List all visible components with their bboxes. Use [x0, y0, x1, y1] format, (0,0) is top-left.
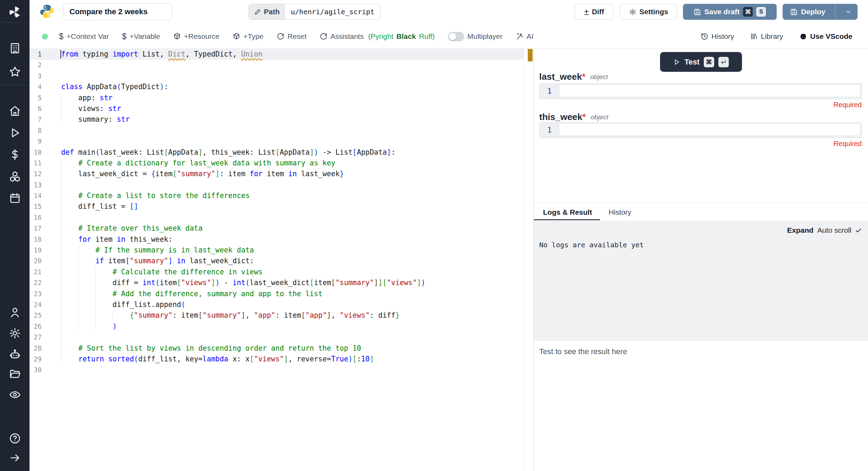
line-number: 5	[30, 93, 42, 103]
code-line[interactable]	[61, 136, 425, 147]
github-cat-icon	[799, 33, 807, 41]
settings-gear-icon[interactable]	[0, 327, 30, 339]
tab-history[interactable]: History	[609, 208, 631, 216]
code-line[interactable]	[61, 180, 425, 190]
audit-eye-icon[interactable]	[0, 389, 30, 401]
line-number: 20	[30, 256, 42, 266]
arg-name: last_week	[539, 71, 582, 82]
code-line[interactable]: return sorted(diff_list, key=lambda x: x…	[61, 354, 425, 365]
ai-button[interactable]: AI	[516, 32, 534, 41]
result-area: Test to see the result here	[534, 341, 868, 471]
add-context-var-button[interactable]: $ +Context Var	[59, 32, 109, 41]
path-chip[interactable]: Path	[249, 4, 285, 19]
assistants-button[interactable]: Assistants (Pyright Black Ruff)	[320, 32, 435, 41]
code-line[interactable]: last_week_dict = {item["summary"]: item …	[61, 169, 425, 179]
code-line[interactable]	[61, 60, 425, 70]
code-line[interactable]: {"summary": item["summary"], "app": item…	[61, 310, 425, 321]
code-line[interactable]: # Calculate the difference in views	[61, 267, 425, 277]
add-type-label: +Type	[243, 32, 264, 41]
multiplayer-toggle[interactable]	[448, 32, 464, 41]
save-draft-button[interactable]: Save draft ⌘ S	[683, 4, 777, 20]
line-number: 15	[30, 201, 42, 212]
expand-button[interactable]: Expand	[787, 226, 813, 234]
tab-logs-result[interactable]: Logs & Result	[543, 208, 592, 216]
code-line[interactable]	[61, 71, 425, 82]
resources-boxes-icon[interactable]	[0, 171, 30, 182]
users-person-icon[interactable]	[0, 307, 30, 318]
deploy-dropdown-button[interactable]	[839, 8, 858, 15]
code-line[interactable]: # If the summary is in last_week data	[61, 245, 425, 256]
test-button[interactable]: Test ⌘	[660, 52, 742, 72]
add-resource-button[interactable]: +Resource	[173, 32, 219, 41]
code-line[interactable]: summary: str	[61, 114, 425, 125]
line-number: 8	[30, 125, 42, 136]
toggle-knob	[449, 33, 456, 40]
code-line[interactable]: views: str	[61, 103, 425, 114]
arg-input-area[interactable]	[560, 85, 860, 96]
variables-dollar-icon[interactable]	[0, 149, 30, 161]
line-number: 24	[30, 299, 42, 310]
code-line[interactable]: diff = int(item["views"]) - int(last_wee…	[61, 277, 425, 288]
code-line[interactable]	[61, 212, 425, 223]
code-line[interactable]: app: str	[61, 93, 425, 103]
path-group[interactable]: Path u/henri/agile_script	[249, 4, 381, 20]
deploy-button[interactable]: Deploy	[783, 4, 858, 20]
code-line[interactable]: if item["summary"] in last_week_dict:	[61, 256, 425, 266]
add-type-button[interactable]: +Type	[233, 32, 264, 41]
code-line[interactable]: # Iterate over this_week data	[61, 223, 425, 234]
editor-toolbar: $ +Context Var $ +Variable +Resource +Ty…	[30, 25, 868, 49]
code-line[interactable]: # Sort the list by views in descending o…	[61, 343, 425, 354]
code-line[interactable]: # Create a dictionary for last_week data…	[61, 158, 425, 169]
arg-label: last_week* object	[539, 71, 608, 82]
library-button[interactable]: Library	[750, 32, 783, 41]
folders-icon[interactable]	[0, 368, 30, 380]
runs-play-icon[interactable]	[0, 127, 30, 139]
code-line[interactable]	[61, 365, 425, 375]
assistant-black[interactable]: Black	[397, 32, 416, 41]
code-lines[interactable]: from typing import List, Dict, TypedDict…	[61, 49, 425, 376]
code-line[interactable]: class AppData(TypedDict):	[61, 82, 425, 92]
code-line[interactable]: for item in this_week:	[61, 234, 425, 245]
editor-scroll-edge	[524, 49, 524, 471]
code-line[interactable]: )	[61, 321, 425, 332]
arg-json-editor[interactable]: 1	[539, 83, 862, 99]
schedules-calendar-icon[interactable]	[0, 192, 30, 204]
settings-button[interactable]: Settings	[620, 4, 677, 20]
library-icon	[750, 33, 758, 40]
arg-input-area[interactable]	[560, 124, 860, 135]
script-title-input[interactable]: Compare the 2 weeks	[64, 3, 172, 20]
code-line[interactable]: from typing import List, Dict, TypedDict…	[61, 49, 425, 60]
mini-gutter: 1	[540, 84, 559, 99]
history-button[interactable]: History	[701, 32, 734, 41]
code-editor[interactable]: 1234567891011121314151617181920212223242…	[30, 49, 533, 471]
workers-bot-icon[interactable]	[0, 349, 30, 360]
code-line[interactable]: diff_list = []	[61, 201, 425, 212]
reset-button[interactable]: Reset	[277, 32, 307, 41]
code-line[interactable]: def main(last_week: List[AppData], this_…	[61, 147, 425, 158]
home-icon[interactable]	[0, 105, 30, 117]
diff-button[interactable]: ± Diff	[575, 4, 614, 20]
add-variable-button[interactable]: $ +Variable	[122, 32, 160, 41]
assistant-pyright[interactable]: (Pyright	[368, 32, 393, 41]
assistant-ruff[interactable]: Ruff)	[419, 32, 435, 41]
diff-label: Diff	[592, 8, 604, 16]
code-line[interactable]: # Add the difference, summary and app to…	[61, 289, 425, 299]
auto-scroll-label[interactable]: Auto scroll	[817, 226, 851, 234]
save-icon	[694, 8, 701, 16]
check-icon[interactable]	[855, 227, 862, 234]
code-line[interactable]	[61, 332, 425, 343]
favorites-star-icon[interactable]	[0, 66, 30, 78]
workspace-building-icon[interactable]	[0, 42, 30, 54]
expand-arrow-icon[interactable]	[0, 452, 30, 464]
arg-json-editor[interactable]: 1	[539, 122, 862, 138]
code-line[interactable]: diff_list.append(	[61, 299, 425, 310]
windmill-logo-icon[interactable]	[0, 4, 30, 20]
code-line[interactable]	[61, 125, 425, 136]
code-line[interactable]: # Create a list to store the differences	[61, 190, 425, 201]
use-vscode-button[interactable]: Use VScode	[799, 32, 852, 41]
wand-icon	[516, 33, 524, 40]
add-variable-label: +Variable	[130, 32, 160, 41]
help-circle-icon[interactable]	[0, 433, 30, 444]
path-value[interactable]: u/henri/agile_script	[285, 8, 381, 16]
mini-line-number: 1	[547, 126, 552, 134]
